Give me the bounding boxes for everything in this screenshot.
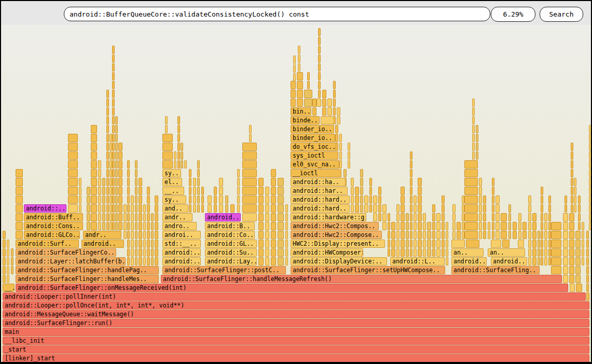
flame-frame[interactable]: [544, 222, 547, 230]
flame-frame[interactable]: [106, 187, 109, 195]
flame-frame[interactable]: [479, 178, 482, 186]
flame-frame[interactable]: [457, 231, 461, 239]
flame-frame[interactable]: [115, 151, 118, 160]
flame-frame[interactable]: [68, 160, 78, 169]
flame-frame[interactable]: [112, 178, 115, 186]
flame-frame[interactable]: [155, 213, 158, 221]
flame-frame[interactable]: [265, 222, 269, 230]
flame-frame[interactable]: [575, 248, 581, 257]
flame-frame[interactable]: [87, 187, 90, 195]
flame-frame[interactable]: [98, 178, 101, 186]
flame-frame[interactable]: [177, 143, 180, 151]
flame-frame[interactable]: [569, 248, 574, 257]
flame-frame[interactable]: [472, 134, 475, 142]
flame-frame[interactable]: [151, 231, 154, 239]
flame-frame[interactable]: [335, 125, 338, 133]
flame-frame[interactable]: [118, 143, 122, 151]
flame-frame[interactable]: sy..: [162, 169, 181, 177]
flame-frame[interactable]: [571, 178, 573, 186]
flame-frame[interactable]: [219, 195, 223, 204]
flame-frame[interactable]: [472, 116, 475, 124]
flame-frame[interactable]: [479, 222, 482, 230]
flame-frame[interactable]: [102, 178, 105, 186]
flame-frame[interactable]: [418, 231, 422, 239]
flame-frame[interactable]: [472, 143, 475, 151]
flame-frame[interactable]: [181, 160, 183, 169]
flame-frame[interactable]: [364, 204, 368, 213]
flame-frame[interactable]: [139, 231, 142, 239]
flame-frame[interactable]: [586, 248, 589, 257]
flame-frame[interactable]: [112, 195, 115, 204]
flame-frame[interactable]: [118, 187, 122, 195]
flame-frame[interactable]: [551, 231, 561, 239]
flame-frame[interactable]: [541, 187, 543, 195]
flame-frame[interactable]: [401, 248, 405, 257]
flame-frame[interactable]: [406, 222, 409, 230]
flame-frame[interactable]: [11, 257, 13, 265]
flame-frame[interactable]: [410, 231, 412, 239]
flame-frame[interactable]: [318, 63, 321, 72]
flame-frame[interactable]: [528, 231, 531, 239]
flame-frame[interactable]: [586, 231, 589, 239]
flame-frame[interactable]: [410, 169, 412, 177]
flame-frame[interactable]: android::SurfaceFlingerCo..: [16, 248, 116, 257]
flame-frame[interactable]: [147, 231, 150, 239]
flame-frame[interactable]: [333, 90, 336, 98]
flame-frame[interactable]: android::har..: [291, 187, 348, 195]
flame-frame[interactable]: [115, 143, 118, 151]
flame-frame[interactable]: [491, 240, 501, 248]
flame-frame[interactable]: [410, 151, 412, 160]
flame-frame[interactable]: [391, 231, 395, 239]
flame-frame[interactable]: [410, 187, 412, 195]
flame-frame[interactable]: [574, 187, 576, 195]
flame-frame[interactable]: [414, 222, 417, 230]
flame-frame[interactable]: [242, 143, 257, 151]
flame-frame[interactable]: [348, 143, 350, 151]
flame-frame[interactable]: [452, 204, 456, 213]
flame-frame[interactable]: [401, 204, 405, 213]
flame-frame[interactable]: [112, 46, 115, 54]
flame-frame[interactable]: [98, 195, 101, 204]
flame-frame[interactable]: [464, 178, 478, 186]
flame-frame[interactable]: [351, 187, 354, 195]
flame-frame[interactable]: [68, 204, 78, 213]
flame-frame[interactable]: [436, 222, 440, 230]
flame-frame[interactable]: [318, 54, 321, 63]
flame-frame[interactable]: [355, 204, 359, 213]
flame-frame[interactable]: [501, 222, 507, 230]
flame-frame[interactable]: [271, 222, 276, 230]
flame-frame[interactable]: [373, 195, 377, 204]
flame-frame[interactable]: [11, 248, 13, 257]
flame-frame[interactable]: [548, 195, 551, 204]
flame-frame[interactable]: [418, 204, 422, 213]
flame-frame[interactable]: [106, 116, 109, 124]
flame-frame[interactable]: [582, 222, 584, 230]
flame-frame[interactable]: [174, 160, 176, 169]
flame-frame[interactable]: [258, 178, 264, 186]
flame-frame[interactable]: [189, 204, 191, 213]
flame-frame[interactable]: [68, 178, 78, 186]
flame-frame[interactable]: [569, 257, 574, 265]
flame-frame[interactable]: [162, 160, 173, 169]
flame-frame[interactable]: android..: [491, 257, 527, 265]
flame-frame[interactable]: [139, 195, 142, 204]
flame-frame[interactable]: [483, 231, 486, 239]
flame-frame[interactable]: [155, 257, 158, 265]
flame-frame[interactable]: android::Lay..: [205, 257, 257, 265]
flame-frame[interactable]: [479, 213, 482, 221]
flame-frame[interactable]: [258, 213, 264, 221]
flame-frame[interactable]: [249, 134, 252, 142]
flame-frame[interactable]: [87, 204, 90, 213]
flame-frame[interactable]: [343, 169, 347, 177]
flame-frame[interactable]: do_vfs_ioc..: [291, 143, 336, 151]
flame-frame[interactable]: [321, 116, 334, 124]
flame-frame[interactable]: [118, 178, 122, 186]
flame-frame[interactable]: [106, 99, 109, 107]
function-search-input[interactable]: [64, 7, 490, 21]
flame-frame[interactable]: andr..: [162, 213, 192, 221]
flame-frame[interactable]: [162, 143, 173, 151]
flame-frame[interactable]: [571, 160, 573, 169]
flame-frame[interactable]: [242, 204, 257, 213]
flame-frame[interactable]: [139, 187, 142, 195]
flame-frame[interactable]: [414, 240, 417, 248]
